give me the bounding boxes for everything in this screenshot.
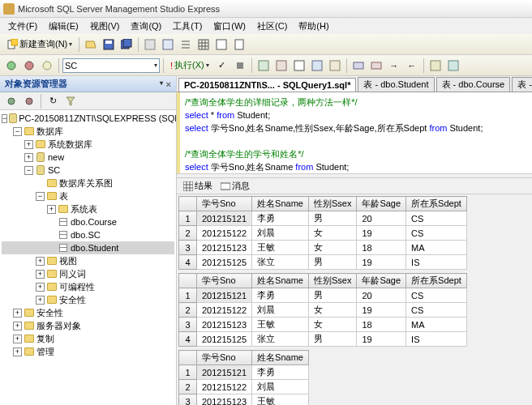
tree-synonyms[interactable]: +同义词 xyxy=(2,267,174,280)
database-combo[interactable]: SC ▾ xyxy=(62,58,160,73)
expand-icon[interactable]: + xyxy=(13,347,22,356)
connect-button[interactable] xyxy=(3,58,19,74)
expand-icon[interactable]: + xyxy=(36,283,45,292)
tree-databases[interactable]: −数据库 xyxy=(2,125,174,138)
menu-community[interactable]: 社区(C) xyxy=(252,19,292,34)
results-tab[interactable]: 结果 xyxy=(180,180,216,192)
col-header[interactable]: 性别Ssex xyxy=(308,274,356,288)
table-row[interactable]: 2201215122刘晨 xyxy=(179,380,309,394)
tree-tables[interactable]: −表 xyxy=(2,190,174,202)
cell[interactable]: 李勇 xyxy=(252,288,309,303)
col-header[interactable]: 学号Sno xyxy=(197,197,252,211)
properties-button[interactable] xyxy=(160,36,176,53)
cell[interactable]: 201215123 xyxy=(197,394,252,406)
cell[interactable]: 201215123 xyxy=(197,241,252,255)
table-row[interactable]: 4201215125张立男19IS xyxy=(179,332,467,347)
refresh-button[interactable]: ↻ xyxy=(45,93,61,109)
expand-icon[interactable]: + xyxy=(13,335,22,343)
tab-student[interactable]: 表 - dbo.Student xyxy=(358,77,434,92)
cell[interactable]: 201215121 xyxy=(197,288,252,303)
change-connection-button[interactable] xyxy=(39,58,55,74)
expand-icon[interactable]: + xyxy=(36,296,45,305)
display-plan-button[interactable] xyxy=(255,58,272,74)
expand-icon[interactable]: + xyxy=(47,205,56,214)
open-button[interactable] xyxy=(83,36,99,53)
cell[interactable]: 19 xyxy=(357,255,406,270)
new-query-button[interactable]: 新建查询(N) ▾ xyxy=(3,38,75,50)
tree-replication[interactable]: +复制 xyxy=(2,332,174,345)
cell[interactable]: IS xyxy=(406,255,467,270)
table-row[interactable]: 3201215123王敏女18MA xyxy=(179,318,467,332)
result-grid-2[interactable]: 学号Sno姓名Sname性别Ssex年龄Sage所在系Sdept 1201215… xyxy=(178,273,467,347)
table-row[interactable]: 4201215125张立男19IS xyxy=(179,255,467,270)
tree-server[interactable]: −PC-20150811ZNTI\SQLEXPRESS (SQL Ser xyxy=(2,112,174,125)
cell[interactable]: 18 xyxy=(357,318,406,332)
cell[interactable]: 201215122 xyxy=(197,226,252,241)
filter-button[interactable] xyxy=(62,93,79,109)
col-header[interactable]: 所在系Sdept xyxy=(406,197,467,211)
col-header[interactable]: 性别Ssex xyxy=(308,197,356,211)
cell[interactable]: CS xyxy=(406,288,467,303)
cell[interactable]: 李勇 xyxy=(252,365,309,380)
cell[interactable]: 201215121 xyxy=(197,365,252,380)
results-grid-container[interactable]: 学号Sno姓名Sname性别Ssex年龄Sage所在系Sdept 1201215… xyxy=(177,194,532,405)
collapse-icon[interactable]: − xyxy=(2,114,7,123)
outdent-button[interactable]: ← xyxy=(404,58,420,74)
tree-table-student[interactable]: dbo.Student xyxy=(2,241,174,254)
menu-window[interactable]: 窗口(W) xyxy=(208,19,251,34)
uncomment-button[interactable] xyxy=(368,58,384,74)
cell[interactable]: 201215122 xyxy=(197,380,252,394)
cell[interactable]: 201215125 xyxy=(197,255,252,270)
col-header[interactable]: 学号Sno xyxy=(197,274,252,288)
collapse-icon[interactable]: − xyxy=(24,166,33,175)
execute-button[interactable]: ! 执行(X) ▾ xyxy=(167,59,212,71)
result-grid-3[interactable]: 学号Sno姓名Sname 1201215121李勇 2201215122刘晨 3… xyxy=(178,350,309,405)
menu-help[interactable]: 帮助(H) xyxy=(294,19,333,34)
cell[interactable]: 201215123 xyxy=(197,318,252,332)
tab-query[interactable]: PC-20150811ZNTI\S... - SQLQuery1.sql* xyxy=(178,78,356,92)
results-file-button[interactable] xyxy=(327,58,343,74)
save-all-button[interactable] xyxy=(118,36,135,53)
connect-button[interactable] xyxy=(3,93,19,109)
disconnect-button[interactable] xyxy=(21,93,37,109)
cell[interactable]: 女 xyxy=(308,303,356,318)
tree-db-new[interactable]: +new xyxy=(2,151,174,164)
cell[interactable]: 19 xyxy=(357,303,406,318)
cell[interactable]: 18 xyxy=(357,241,406,255)
table-row[interactable]: 1201215121李勇 xyxy=(179,365,309,380)
tree-security[interactable]: +安全性 xyxy=(2,306,174,319)
results-text-button[interactable] xyxy=(291,58,307,74)
col-header[interactable]: 姓名Sname xyxy=(252,351,309,365)
comment-button[interactable] xyxy=(350,58,367,74)
cell[interactable]: 刘晨 xyxy=(252,303,309,318)
col-header[interactable]: 学号Sno xyxy=(197,351,252,365)
cell[interactable]: MA xyxy=(406,318,467,332)
col-header[interactable]: 年龄Sage xyxy=(357,274,406,288)
cell[interactable]: 201215125 xyxy=(197,332,252,347)
specify-button[interactable] xyxy=(427,58,444,74)
tab-sc[interactable]: 表 - dbo.SC xyxy=(512,77,532,92)
cell[interactable]: MA xyxy=(406,241,467,255)
doc-button[interactable] xyxy=(231,36,247,53)
template-button[interactable] xyxy=(445,58,461,74)
collapse-icon[interactable]: − xyxy=(13,127,22,136)
tree-table-sc[interactable]: dbo.SC xyxy=(2,228,174,241)
panel-close-icon[interactable]: × xyxy=(166,79,171,89)
cell[interactable]: 男 xyxy=(308,332,356,347)
table-row[interactable]: 2201215122刘晨女19CS xyxy=(179,226,467,241)
tree-server-objects[interactable]: +服务器对象 xyxy=(2,319,174,332)
cell[interactable]: 王敏 xyxy=(252,241,309,255)
cell[interactable]: 刘晨 xyxy=(252,380,309,394)
menu-file[interactable]: 文件(F) xyxy=(3,19,42,34)
grid-button[interactable] xyxy=(195,36,212,53)
cell[interactable]: CS xyxy=(406,211,467,226)
cell[interactable]: 201215122 xyxy=(197,303,252,318)
cell[interactable]: 男 xyxy=(308,255,356,270)
tree-db-security[interactable]: +安全性 xyxy=(2,293,174,306)
menu-tools[interactable]: 工具(T) xyxy=(168,19,207,34)
cell[interactable]: 男 xyxy=(308,288,356,303)
result-grid-1[interactable]: 学号Sno姓名Sname性别Ssex年龄Sage所在系Sdept 1201215… xyxy=(178,196,467,270)
table-row[interactable]: 2201215122刘晨女19CS xyxy=(179,303,467,318)
expand-icon[interactable]: + xyxy=(36,257,45,266)
parse-button[interactable]: ✓ xyxy=(214,58,230,74)
